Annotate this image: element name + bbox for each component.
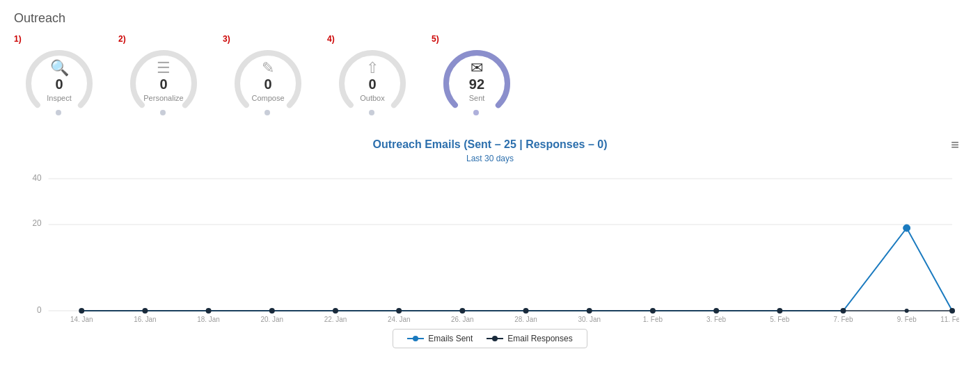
svg-point-48 <box>143 309 147 313</box>
svg-point-47 <box>79 309 84 313</box>
legend-sent-label: Emails Sent <box>428 334 473 343</box>
svg-text:40: 40 <box>33 173 42 183</box>
circle-inner-sent: ✉92Sent <box>469 60 485 102</box>
circle-value-outbox: 0 <box>368 77 376 91</box>
circle-inner-outbox: ⇧0Outbox <box>360 60 384 102</box>
svg-text:9. Feb: 9. Feb <box>897 316 917 323</box>
circle-number-4: 4) <box>327 34 335 44</box>
svg-point-1 <box>56 110 61 115</box>
circle-item-sent[interactable]: 5) ✉92Sent <box>438 34 515 122</box>
circle-icon-personalize: ☰ <box>157 60 171 76</box>
chart-menu-icon[interactable]: ≡ <box>951 138 959 152</box>
circle-wrapper-outbox: ⇧0Outbox <box>334 45 411 122</box>
svg-text:24. Jan: 24. Jan <box>388 316 410 323</box>
chart-section: Outreach Emails (Sent – 25 | Responses –… <box>14 138 966 348</box>
chart-legend: Emails Sent Email Responses <box>393 329 587 348</box>
circle-wrapper-compose: ✎0Compose <box>230 45 306 122</box>
svg-text:22. Jan: 22. Jan <box>324 316 347 323</box>
svg-text:3. Feb: 3. Feb <box>706 316 727 323</box>
svg-point-59 <box>841 309 846 313</box>
svg-point-7 <box>369 110 374 115</box>
circle-label-sent: Sent <box>469 94 485 102</box>
svg-point-5 <box>264 110 270 115</box>
circle-icon-inspect: 🔍 <box>50 60 69 76</box>
legend-emails-sent: Emails Sent <box>407 334 473 343</box>
chart-subtitle: Last 30 days <box>21 154 959 163</box>
svg-text:26. Jan: 26. Jan <box>451 316 473 323</box>
svg-point-51 <box>333 309 338 313</box>
circle-item-compose[interactable]: 3) ✎0Compose <box>230 34 306 122</box>
circle-number-5: 5) <box>432 34 439 44</box>
chart-container: 40 20 0 14. Jan 16. Jan 18. Jan 20. Jan … <box>21 170 959 323</box>
svg-text:30. Jan: 30. Jan <box>578 316 600 323</box>
svg-text:7. Feb: 7. Feb <box>833 316 853 323</box>
svg-point-3 <box>160 110 166 115</box>
legend-responses-label: Email Responses <box>507 334 572 343</box>
circle-label-personalize: Personalize <box>143 94 183 102</box>
svg-text:11. Feb: 11. Feb <box>940 316 959 323</box>
circle-number-2: 2) <box>118 34 126 44</box>
circle-value-sent: 92 <box>469 77 484 91</box>
circle-value-inspect: 0 <box>55 77 63 91</box>
circle-inner-compose: ✎0Compose <box>251 60 284 102</box>
svg-point-53 <box>460 309 464 313</box>
svg-point-56 <box>651 309 655 313</box>
svg-text:16. Jan: 16. Jan <box>134 316 156 323</box>
svg-point-55 <box>587 309 592 313</box>
svg-text:28. Jan: 28. Jan <box>514 316 537 323</box>
legend-sent-icon <box>407 338 424 339</box>
svg-point-58 <box>777 309 782 313</box>
svg-text:20: 20 <box>33 218 42 228</box>
circle-value-personalize: 0 <box>159 77 167 91</box>
page-title: Outreach <box>14 11 966 26</box>
circle-wrapper-inspect: 🔍0Inspect <box>21 45 97 122</box>
svg-point-45 <box>903 225 910 231</box>
circle-wrapper-personalize: ☰0Personalize <box>125 45 202 122</box>
circle-value-compose: 0 <box>264 77 271 91</box>
svg-text:20. Jan: 20. Jan <box>261 316 283 323</box>
chart-header: Outreach Emails (Sent – 25 | Responses –… <box>21 138 959 151</box>
svg-point-54 <box>524 309 528 313</box>
svg-text:5. Feb: 5. Feb <box>770 316 790 323</box>
circle-item-inspect[interactable]: 1) 🔍0Inspect <box>21 34 97 122</box>
svg-text:18. Jan: 18. Jan <box>197 316 219 323</box>
legend-email-responses: Email Responses <box>487 334 572 343</box>
legend-responses-icon <box>487 338 503 339</box>
circle-wrapper-sent: ✉92Sent <box>438 45 515 122</box>
circle-number-3: 3) <box>223 34 230 44</box>
circle-label-inspect: Inspect <box>47 94 71 102</box>
circle-label-outbox: Outbox <box>360 94 384 102</box>
circle-item-outbox[interactable]: 4) ⇧0Outbox <box>334 34 411 122</box>
circle-icon-sent: ✉ <box>471 60 483 76</box>
svg-point-10 <box>473 110 479 115</box>
circle-icon-compose: ✎ <box>262 60 274 76</box>
svg-point-50 <box>270 309 274 313</box>
svg-text:0: 0 <box>37 305 42 315</box>
svg-point-49 <box>207 309 211 313</box>
svg-text:14. Jan: 14. Jan <box>70 316 93 323</box>
svg-point-60 <box>905 309 909 313</box>
chart-svg: 40 20 0 14. Jan 16. Jan 18. Jan 20. Jan … <box>21 170 959 323</box>
circle-inner-inspect: 🔍0Inspect <box>47 60 71 102</box>
circle-label-compose: Compose <box>251 94 284 102</box>
svg-point-52 <box>397 309 401 313</box>
svg-text:1. Feb: 1. Feb <box>643 316 663 323</box>
circle-icon-outbox: ⇧ <box>366 60 379 76</box>
circle-number-1: 1) <box>14 34 22 44</box>
circle-item-personalize[interactable]: 2) ☰0Personalize <box>125 34 202 122</box>
svg-point-61 <box>950 309 954 313</box>
circles-row: 1) 🔍0Inspect2) ☰0Personalize3) <box>14 34 966 122</box>
svg-point-57 <box>714 309 718 313</box>
circle-inner-personalize: ☰0Personalize <box>143 60 183 102</box>
chart-title: Outreach Emails (Sent – 25 | Responses –… <box>372 138 607 151</box>
